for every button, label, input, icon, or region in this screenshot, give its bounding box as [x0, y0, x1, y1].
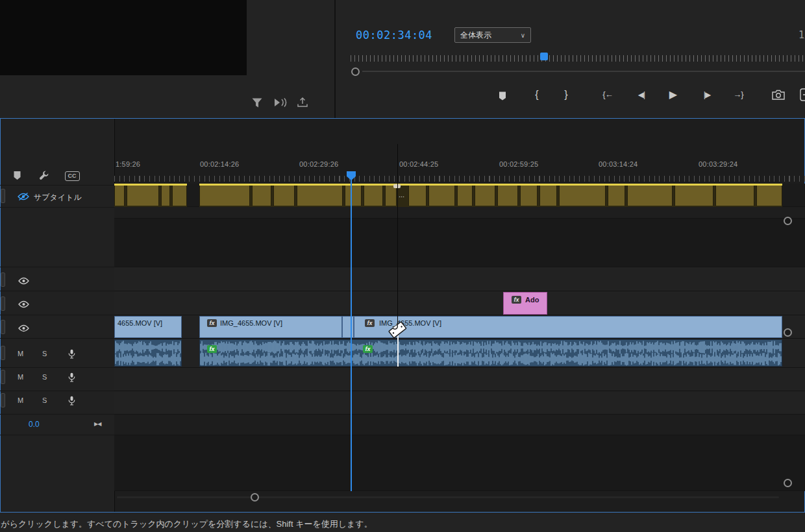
marker-icon — [13, 171, 21, 180]
voiceover-record-a3-button[interactable] — [67, 395, 76, 405]
subtitle-clip-segment[interactable] — [273, 186, 295, 206]
vertical-scrollbar-handle[interactable] — [784, 328, 792, 337]
track-target-badge[interactable] — [1, 393, 5, 407]
subtitle-clip-segment[interactable] — [675, 186, 713, 206]
zoom-scroll-track[interactable] — [362, 71, 805, 72]
subtitle-clip-segment[interactable] — [345, 186, 362, 206]
filter-icon[interactable] — [251, 96, 264, 109]
ruler-label: 00:03:29:24 — [699, 160, 737, 168]
mute-a1-button[interactable]: M — [18, 350, 23, 357]
timeline-settings-button[interactable] — [38, 169, 50, 181]
audio-clip[interactable]: fx fx — [199, 339, 782, 367]
subtitle-clip-segment[interactable] — [199, 186, 250, 206]
toggle-track-output-v1-button[interactable] — [17, 324, 30, 332]
step-forward-button[interactable]: |▶ — [698, 86, 716, 103]
playback-resolution-partial[interactable]: 1/2 — [799, 29, 805, 41]
subtitle-track-label: サブタイトル — [34, 192, 82, 203]
mini-playhead-marker[interactable] — [540, 53, 548, 60]
play-audio-icon — [273, 97, 288, 108]
vertical-scrollbar-handle[interactable] — [784, 217, 792, 225]
status-message: ながらクリックします。すべてのトラック内のクリップを分割するには、Shift キ… — [0, 518, 373, 530]
go-to-in-button[interactable]: {← — [599, 86, 617, 103]
voiceover-record-a1-button[interactable] — [67, 348, 76, 359]
master-track-row — [114, 415, 805, 435]
subtitle-clip-segment[interactable] — [715, 186, 754, 206]
marker-icon — [498, 91, 507, 101]
subtitle-clip-segment[interactable] — [114, 186, 125, 206]
horizontal-scrollbar-handle[interactable] — [251, 493, 259, 502]
track-target-badge[interactable] — [1, 272, 5, 287]
subtitle-clip-segment[interactable] — [408, 186, 427, 206]
add-marker-button[interactable] — [495, 88, 510, 103]
master-volume-value[interactable]: 0.0 — [29, 420, 40, 429]
eye-icon — [18, 300, 29, 308]
video-clip[interactable] — [342, 316, 354, 338]
subtitle-clip-segment[interactable] — [539, 186, 557, 206]
current-timecode[interactable]: 00:02:34:04 — [356, 29, 432, 42]
microphone-icon — [68, 349, 75, 359]
playback-render-icon[interactable] — [273, 97, 288, 108]
subtitle-clip-segment[interactable] — [608, 186, 625, 206]
subtitle-clip-segment[interactable] — [297, 186, 343, 206]
audio-waveform — [115, 340, 181, 366]
subtitle-clip-segment[interactable] — [520, 186, 538, 206]
toggle-track-output-v3-button[interactable] — [17, 276, 30, 285]
subtitle-clip-segment[interactable] — [756, 186, 782, 206]
subtitle-clip-segment[interactable] — [364, 186, 383, 206]
track-target-badge[interactable] — [1, 370, 5, 384]
subtitle-clip-segment[interactable] — [497, 186, 518, 206]
timeline-marker-button[interactable] — [11, 169, 23, 181]
chevron-down-icon: ∨ — [521, 32, 525, 39]
subtitle-clip-group — [199, 184, 782, 207]
audio-clip[interactable] — [114, 339, 182, 367]
solo-a3-button[interactable]: S — [42, 396, 47, 404]
solo-a2-button[interactable]: S — [42, 373, 47, 381]
step-back-button[interactable]: ◀| — [632, 86, 650, 103]
subtitle-clip-segment[interactable] — [475, 186, 495, 206]
video-clip[interactable]: fx IMG_4655.MOV [V] — [199, 316, 342, 338]
ruler-tick-marks — [114, 173, 805, 182]
subtitle-clip-segment[interactable] — [428, 186, 455, 206]
subtitle-clip-segment[interactable] — [127, 186, 159, 206]
solo-a1-button[interactable]: S — [42, 350, 47, 357]
track-target-badge[interactable] — [1, 320, 5, 334]
playhead-line — [351, 172, 352, 491]
subtitle-clip-segment[interactable] — [172, 186, 187, 206]
voiceover-record-a2-button[interactable] — [67, 372, 76, 382]
video-clip[interactable]: fx IMG_4655.MOV [V] — [354, 316, 782, 338]
go-to-out-button[interactable]: →} — [729, 86, 747, 103]
wrench-icon — [39, 170, 49, 180]
video-clip[interactable]: 4655.MOV [V] — [114, 316, 182, 338]
horizontal-scrollbar-track[interactable] — [117, 496, 779, 498]
fit-audio-icon[interactable]: ▶◀ — [94, 421, 101, 427]
export-icon[interactable] — [296, 95, 309, 108]
subtitle-clip-segment[interactable] — [627, 186, 673, 206]
mute-a2-button[interactable]: M — [18, 373, 23, 381]
mute-a3-button[interactable]: M — [18, 396, 23, 404]
subtitle-clip-segment[interactable] — [457, 186, 473, 206]
vertical-scrollbar-handle[interactable] — [784, 479, 792, 487]
subtitle-clip-segment[interactable] — [252, 186, 271, 206]
button-editor-partial[interactable] — [800, 88, 805, 101]
export-frame-button[interactable] — [771, 89, 786, 101]
fx-badge-icon: fx — [365, 319, 375, 327]
zoom-level-select[interactable]: 全体表示 ∨ — [454, 27, 531, 43]
subtitle-clip-segment[interactable] — [385, 186, 397, 206]
captions-button[interactable]: CC — [64, 171, 80, 181]
track-target-badge[interactable] — [1, 296, 5, 311]
zoom-scroll-handle[interactable] — [351, 67, 360, 76]
graphic-clip[interactable]: fx Ado — [503, 292, 547, 315]
spacer-row — [114, 207, 805, 219]
mark-in-button[interactable]: { — [528, 86, 546, 103]
track-row-a2 — [114, 368, 805, 391]
mini-timeline-scrubber[interactable] — [351, 52, 805, 62]
subtitle-clip-segment[interactable] — [161, 186, 170, 206]
toggle-track-output-v2-button[interactable] — [17, 300, 30, 308]
play-button[interactable]: ▶ — [664, 86, 682, 103]
track-target-badge[interactable] — [1, 346, 5, 360]
subtitle-clip-segment[interactable] — [559, 186, 606, 206]
mark-out-button[interactable]: } — [557, 86, 575, 103]
crossed-eye-icon — [18, 192, 29, 201]
track-target-badge[interactable] — [1, 189, 5, 203]
toggle-subtitle-visibility-button[interactable] — [17, 192, 30, 201]
